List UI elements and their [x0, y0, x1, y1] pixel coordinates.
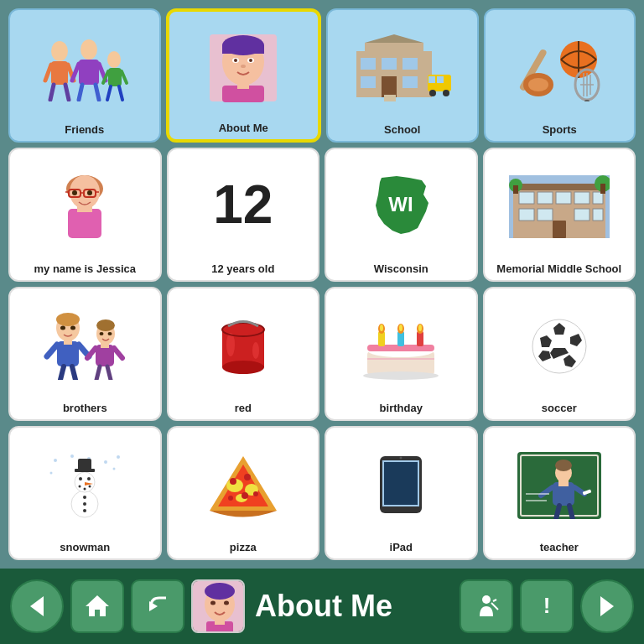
svg-rect-36 [402, 76, 418, 88]
svg-rect-89 [64, 338, 72, 345]
svg-rect-69 [513, 184, 605, 190]
grid-row-1: Friends [8, 8, 636, 143]
svg-line-2 [45, 65, 51, 80]
svg-point-86 [60, 325, 65, 330]
svg-point-0 [51, 41, 68, 61]
svg-point-123 [363, 371, 439, 380]
cell-pizza[interactable]: pizza [167, 426, 320, 560]
red-label: red [235, 398, 252, 414]
svg-point-156 [230, 478, 236, 485]
cell-ipad[interactable]: iPad [325, 426, 478, 560]
svg-point-122 [418, 325, 422, 331]
svg-point-148 [83, 496, 86, 499]
svg-point-189 [482, 595, 491, 604]
svg-text:WI: WI [389, 193, 413, 216]
wi-label: Wisconsin [374, 259, 428, 275]
svg-line-177 [556, 506, 559, 519]
cell-red[interactable]: red [167, 287, 320, 421]
forward-button[interactable] [580, 579, 634, 633]
svg-point-106 [222, 361, 264, 374]
main-grid: Friends [0, 0, 644, 569]
person-button[interactable] [460, 579, 513, 633]
svg-rect-171 [558, 480, 569, 486]
school-label: School [384, 120, 420, 136]
svg-point-46 [528, 78, 548, 91]
svg-point-87 [70, 325, 75, 330]
svg-rect-147 [78, 459, 91, 470]
alert-button[interactable]: ! [520, 579, 574, 633]
svg-rect-33 [382, 58, 397, 70]
cell-jessica[interactable]: my name is Jessica [8, 148, 162, 282]
jessica-image [15, 154, 155, 259]
cell-about-me[interactable]: About Me [166, 8, 322, 143]
svg-point-169 [555, 460, 572, 471]
svg-point-141 [87, 477, 91, 480]
toolbar-avatar [191, 579, 245, 633]
cell-soccer[interactable]: soccer [483, 287, 636, 421]
toolbar-title-text: About Me [255, 589, 392, 624]
cell-12-years[interactable]: 12 12 years old [167, 148, 320, 282]
svg-rect-163 [384, 462, 418, 505]
brothers-image [15, 293, 155, 398]
svg-line-17 [119, 86, 122, 100]
cell-snowman[interactable]: snowman [8, 426, 162, 560]
home-button[interactable] [70, 579, 124, 633]
teacher-image [490, 433, 630, 538]
memorial-label: Memorial Middle School [496, 259, 621, 275]
svg-point-63 [87, 190, 92, 195]
grid-row-4: snowman [8, 426, 636, 560]
svg-point-26 [241, 65, 246, 68]
svg-rect-83 [600, 184, 605, 194]
svg-point-137 [113, 467, 116, 470]
svg-rect-99 [101, 342, 109, 348]
svg-marker-193 [600, 596, 614, 616]
svg-line-100 [87, 348, 96, 358]
svg-marker-179 [30, 596, 44, 616]
svg-point-159 [253, 491, 258, 496]
svg-rect-64 [68, 209, 101, 238]
svg-line-5 [65, 85, 69, 100]
cell-wisconsin[interactable]: WI Wisconsin [325, 148, 478, 282]
wi-image: WI [331, 154, 471, 259]
svg-point-25 [249, 59, 252, 62]
svg-point-140 [79, 477, 82, 480]
memorial-image [490, 154, 630, 259]
cell-school[interactable]: School [326, 8, 479, 143]
cell-friends[interactable]: Friends [8, 8, 161, 143]
svg-rect-71 [538, 192, 553, 204]
cell-brothers[interactable]: brothers [8, 287, 162, 421]
svg-line-10 [79, 85, 82, 100]
ipad-image [331, 433, 471, 538]
sports-image [491, 15, 630, 120]
svg-point-42 [443, 90, 449, 96]
number-12: 12 [213, 178, 273, 231]
svg-point-185 [210, 601, 216, 605]
svg-rect-88 [57, 341, 79, 366]
svg-rect-21 [222, 45, 264, 54]
svg-rect-13 [108, 68, 122, 86]
undo-button[interactable] [131, 579, 184, 633]
svg-point-107 [226, 333, 235, 356]
svg-rect-43 [384, 95, 396, 101]
cell-teacher[interactable]: teacher [483, 426, 636, 560]
school-image [333, 15, 472, 120]
svg-line-178 [569, 506, 573, 519]
soccer-label: soccer [542, 398, 577, 414]
svg-point-157 [244, 474, 251, 480]
svg-point-95 [96, 319, 115, 331]
svg-point-145 [89, 485, 91, 487]
cell-sports[interactable]: Sports [484, 8, 636, 143]
svg-point-97 [108, 332, 112, 335]
svg-marker-31 [365, 34, 423, 43]
soccer-image [490, 293, 630, 398]
jessica-label: my name is Jessica [34, 259, 136, 275]
svg-marker-180 [86, 595, 109, 616]
back-button[interactable] [10, 579, 64, 633]
svg-line-4 [50, 85, 54, 100]
svg-point-120 [399, 325, 402, 331]
cell-birthday[interactable]: birthday [325, 287, 478, 421]
cell-memorial[interactable]: Memorial Middle School [483, 148, 636, 282]
svg-rect-39 [428, 76, 435, 83]
svg-marker-181 [149, 601, 158, 611]
svg-rect-30 [365, 43, 423, 60]
